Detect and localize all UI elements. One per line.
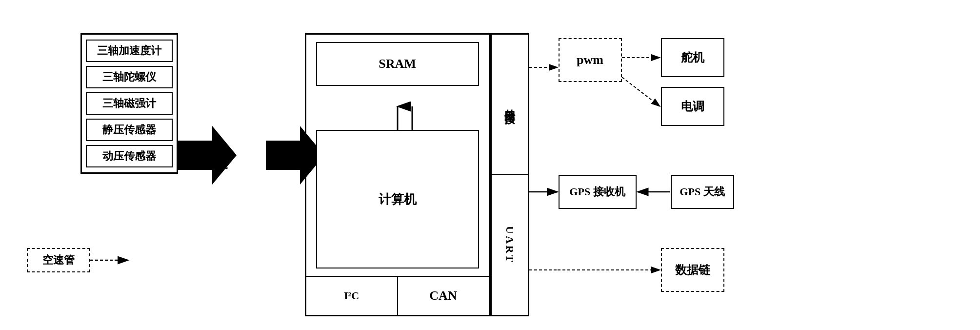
- pwm-box: pwm: [559, 38, 622, 82]
- i2c-box: I²C: [306, 277, 398, 315]
- bottom-row: I²C CAN: [306, 276, 489, 315]
- peripheral-box: 外围接口 UART: [490, 33, 529, 316]
- gps-receiver-box: GPS 接收机: [559, 175, 637, 209]
- sensor-dynamic: 动压传感器: [86, 145, 173, 167]
- waiquan-label: 外围接口: [492, 35, 528, 175]
- duoji-box: 舵机: [661, 38, 724, 77]
- sensor-static: 静压传感器: [86, 119, 173, 141]
- svg-line-12: [622, 77, 660, 106]
- processor-box: SRAM 计算机 I²C CAN: [305, 33, 490, 316]
- diandiao-box: 电调: [661, 87, 724, 126]
- ad-convert-label: AD 转换: [202, 141, 228, 172]
- airspeed-tube-label: 空速管: [42, 254, 75, 266]
- sensor-mag: 三轴磁强计: [86, 92, 173, 115]
- gps-antenna-box: GPS 天线: [671, 175, 734, 209]
- sram-box: SRAM: [316, 42, 479, 86]
- sensor-gyro: 三轴陀螺仪: [86, 66, 173, 88]
- can-box: CAN: [398, 277, 489, 315]
- airspeed-tube-box: 空速管: [27, 248, 90, 272]
- sensor-accel: 三轴加速度计: [86, 40, 173, 62]
- sensor-group: 三轴加速度计 三轴陀螺仪 三轴磁强计 静压传感器 动压传感器: [80, 33, 178, 174]
- computer-box: 计算机: [316, 130, 479, 268]
- uart-label: UART: [492, 175, 528, 315]
- datalink-box: 数据链: [661, 248, 724, 292]
